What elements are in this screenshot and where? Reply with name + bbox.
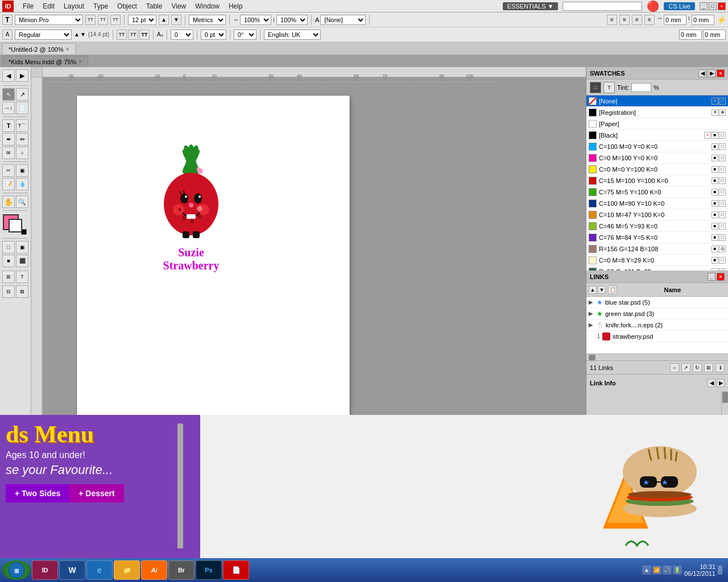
font-style-toggle3[interactable]: TT [110, 15, 121, 25]
menu-layout[interactable]: Layout [59, 1, 89, 11]
expand-bluestar[interactable]: ▶ [589, 299, 594, 305]
maximize-button[interactable]: □ [709, 2, 717, 10]
font-size-down[interactable]: ▼ [171, 15, 181, 25]
close-button[interactable]: × [718, 2, 726, 10]
update-link[interactable]: ↻ [693, 363, 702, 372]
tab-untitled2-close[interactable]: × [66, 46, 69, 52]
scale-y-select[interactable]: 100% [276, 15, 308, 25]
menu-edit[interactable]: Edit [38, 1, 59, 11]
direct-selection-tool[interactable]: ↗ [16, 88, 28, 101]
tracking-select[interactable]: 0 [171, 30, 193, 40]
menu-table[interactable]: Table [142, 1, 167, 11]
show-desktop[interactable] [718, 566, 722, 575]
h-input[interactable] [703, 30, 726, 40]
taskbar-photoshop[interactable]: Ps [196, 560, 222, 580]
gap-tool[interactable]: ↔↕ [2, 102, 15, 114]
menu-type[interactable]: Type [89, 1, 113, 11]
links-nav-down[interactable]: ▼ [598, 286, 606, 294]
taskbar-acrobat[interactable]: 📄 [223, 560, 249, 580]
swatch-item-orange[interactable]: C=10 M=47 Y=100 K=0 ■ □ [586, 209, 728, 221]
align-center[interactable]: ≡ [619, 15, 630, 25]
link-info-scroll-thumb[interactable] [722, 392, 728, 403]
panel-collapse[interactable]: ◀ [698, 69, 706, 77]
view-mode-3[interactable]: ■ [2, 255, 15, 267]
tint-input[interactable] [631, 83, 651, 92]
sync-icon[interactable]: ⚡ [717, 15, 726, 25]
gradient-tool[interactable]: ▣ [16, 164, 28, 177]
scale-x-select[interactable]: 100% [240, 15, 271, 25]
type-tool[interactable]: T [2, 119, 15, 132]
two-sides-button[interactable]: + Two Sides [6, 484, 69, 502]
view-mode-2[interactable]: ▣ [16, 241, 28, 253]
link-item-strawberry[interactable]: 1 strawberry.psd [586, 331, 728, 342]
essentials-button[interactable]: ESSENTIALS ▼ [503, 2, 559, 10]
link-item-knife[interactable]: ▶ 🍴 knife.fork....n.eps (2) [586, 319, 728, 331]
zoom-tool[interactable]: 🔍 [16, 196, 28, 208]
font-style-toggle[interactable]: TT [85, 15, 96, 25]
language-select[interactable]: English: UK [264, 30, 321, 40]
menu-view[interactable]: View [167, 1, 191, 11]
menu-object[interactable]: Object [113, 1, 142, 11]
tab-untitled2[interactable]: *Untitled-2 @ 100% × [2, 43, 76, 55]
font-style-toggle2[interactable]: TT [98, 15, 108, 25]
link-item-greenstar[interactable]: ▶ ★ green star.psd (3) [586, 308, 728, 319]
swatch-item-registration[interactable]: [Registration] ✕ ⊕ [586, 107, 728, 118]
go-to-link[interactable]: ↗ [681, 363, 690, 372]
taskbar-explorer[interactable]: 📁 [114, 560, 140, 580]
taskbar-illustrator[interactable]: Ai [141, 560, 167, 580]
font-size-up[interactable]: ▲ [159, 15, 169, 25]
menu-help[interactable]: Help [224, 1, 247, 11]
link-info-next[interactable]: ▶ [717, 379, 725, 387]
swatch-item-purple[interactable]: C=76 M=84 Y=5 K=0 ■ □ [586, 232, 728, 243]
swatch-stroke-icon[interactable]: T [603, 82, 615, 93]
links-nav-up[interactable]: ▲ [589, 286, 597, 294]
align-justify[interactable]: ≡ [644, 15, 655, 25]
swatch-item-darkblue[interactable]: C=100 M=90 Y=10 K=0 ■ □ [586, 198, 728, 209]
swatch-fill-icon[interactable]: □ [590, 82, 601, 93]
expand-knife[interactable]: ▶ [589, 322, 594, 328]
pencil-tool[interactable]: ✏ [16, 133, 28, 146]
swatch-item-yellow[interactable]: C=0 M=0 Y=100 K=0 ■ □ [586, 164, 728, 175]
pen-tool[interactable]: ✒ [2, 133, 15, 146]
eyedropper-tool[interactable]: 💧 [16, 178, 28, 190]
menu-file[interactable]: File [18, 1, 38, 11]
links-new[interactable]: 📋 [608, 285, 617, 294]
swatch-item-none[interactable]: [None] × □ [586, 95, 728, 107]
taskbar-word[interactable]: W [59, 560, 85, 580]
style-tt-3[interactable]: TT [139, 30, 150, 40]
style-select[interactable]: Regular [15, 30, 72, 40]
mode-btn-3[interactable]: ⊟ [2, 285, 15, 298]
mode-btn-1[interactable]: ⊞ [2, 271, 15, 283]
font-size-select[interactable]: 12 pt [128, 15, 156, 25]
swatch-item-brown[interactable]: R=156 G=124 B=108 ■ ◎ [586, 243, 728, 255]
cs-live-button[interactable]: CS Live [664, 2, 695, 10]
stroke-color[interactable] [9, 219, 22, 232]
style-tt-2[interactable]: TT [128, 30, 138, 40]
scroll-right[interactable]: ▶ [16, 69, 28, 82]
baseline-select[interactable]: 0 pt [201, 30, 226, 40]
swatch-item-cream[interactable]: C=0 M=8 Y=29 K=0 ■ □ [586, 255, 728, 266]
envelope-tool[interactable]: ✉ [2, 147, 15, 159]
align-right[interactable]: ≡ [632, 15, 642, 25]
swatch-item-green[interactable]: C=75 M=5 Y=100 K=0 ■ □ [586, 186, 728, 198]
note-tool[interactable]: 📝 [2, 178, 15, 190]
links-hscrollbar[interactable] [586, 354, 728, 360]
mode-btn-4[interactable]: ⊠ [16, 285, 28, 298]
menu-window[interactable]: Window [191, 1, 224, 11]
start-button[interactable]: ⊞ [2, 560, 31, 580]
links-collapse[interactable]: _ [708, 273, 715, 281]
none-select[interactable]: [None] [320, 15, 366, 25]
swatch-item-black[interactable]: [Black] × ■ □ [586, 130, 728, 141]
type-on-path-tool[interactable]: T⌒ [16, 119, 28, 132]
swatch-item-olive[interactable]: C=46 M=5 Y=93 K=0 ■ □ [586, 221, 728, 232]
swatch-item-magenta[interactable]: C=0 M=100 Y=0 K=0 ■ □ [586, 152, 728, 164]
view-mode-1[interactable]: □ [2, 241, 15, 253]
links-hscroll-thumb[interactable] [589, 355, 595, 360]
font-family-select[interactable]: Minion Pro [15, 15, 83, 25]
taskbar-ie[interactable]: e [86, 560, 113, 580]
panel-expand[interactable]: ▶ [708, 69, 715, 77]
metrics-select[interactable]: Metrics [189, 15, 226, 25]
style-tt-1[interactable]: TT [117, 30, 127, 40]
link-item-bluestar[interactable]: ▶ ★ blue star.psd (5) [586, 297, 728, 308]
link-info-prev[interactable]: ◀ [708, 379, 715, 387]
